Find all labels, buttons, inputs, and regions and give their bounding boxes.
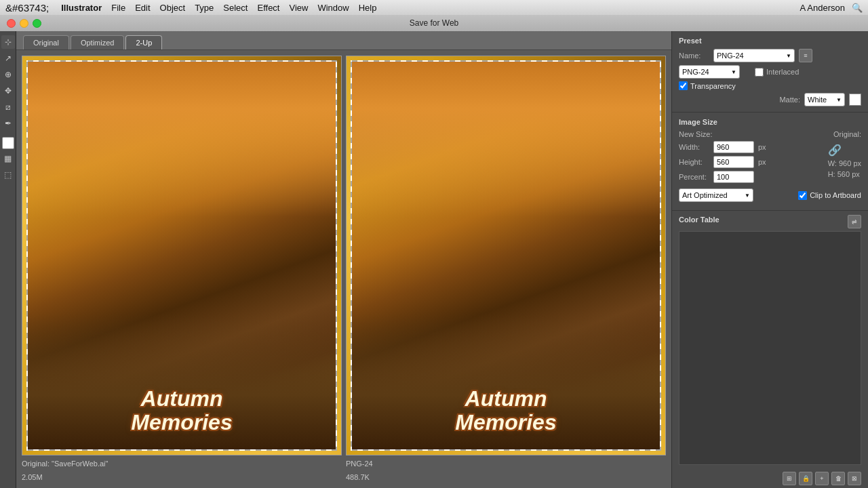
zoom-tool[interactable]: ⊕ — [1, 68, 15, 81]
hand-tool[interactable]: ✥ — [1, 84, 15, 98]
sky-layer — [28, 62, 336, 217]
color-lock-icon[interactable]: 🔒 — [799, 472, 812, 485]
image-size-section: Image Size New Size: Original: Width: 96… — [672, 113, 868, 211]
menu-type[interactable]: Type — [195, 3, 214, 13]
menu-file[interactable]: File — [111, 3, 125, 13]
color-swatch[interactable] — [2, 137, 14, 149]
apple-menu[interactable]: &#63743; — [5, 2, 49, 14]
matte-row: Matte: White ▼ — [679, 93, 861, 106]
width-label: Width: — [679, 143, 709, 151]
original-label-line1: Original: "SaveForWeb.ai" — [22, 458, 342, 469]
optimized-pane: AutumnMemories PNG-24 488.7K — [346, 56, 666, 483]
close-button[interactable] — [7, 19, 16, 28]
menu-object[interactable]: Object — [160, 3, 186, 13]
width-row: Width: 960 px — [679, 141, 823, 153]
original-h: H: 560 px — [828, 170, 860, 178]
preset-section: Preset Name: PNG-24 ▼ ≡ PNG-24 ▼ Interla… — [672, 31, 868, 113]
preset-title: Preset — [679, 37, 861, 45]
menu-effect[interactable]: Effect — [257, 3, 279, 13]
eyedropper-tool[interactable]: ✒ — [1, 117, 15, 130]
slice-tool[interactable]: ⧄ — [1, 100, 15, 114]
optimized-image-frame: AutumnMemories — [346, 56, 666, 455]
color-table-title: Color Table — [679, 216, 719, 224]
original-image-frame: AutumnMemories — [22, 56, 342, 455]
new-size-header-row: New Size: Original: — [679, 130, 861, 138]
color-del-icon[interactable]: 🗑 — [831, 472, 845, 485]
color-table-menu-btn[interactable]: ⇌ — [848, 215, 861, 228]
interlaced-checkbox[interactable] — [755, 68, 764, 77]
transparency-checkbox[interactable] — [679, 81, 688, 90]
menu-help[interactable]: Help — [359, 3, 377, 13]
minimize-button[interactable] — [20, 19, 28, 28]
color-table-header: Color Table ⇌ — [672, 211, 868, 231]
matte-select[interactable]: White ▼ — [804, 93, 845, 106]
percent-input[interactable]: 100 — [713, 171, 754, 183]
quality-select[interactable]: Art Optimized ▼ — [679, 188, 753, 202]
preset-name-row: Name: PNG-24 ▼ ≡ — [679, 49, 861, 62]
color-table-section: Color Table ⇌ ⊞ 🔒 + 🗑 ⊠ — [672, 211, 868, 488]
percent-row: Percent: 100 — [679, 171, 823, 183]
size-inputs-container: Width: 960 px Height: 560 px Percent: 10… — [679, 141, 861, 186]
menu-select[interactable]: Select — [223, 3, 248, 13]
format-select[interactable]: PNG-24 ▼ — [679, 65, 740, 79]
original-info-col: 🔗 W: 960 px H: 560 px — [828, 141, 861, 186]
menubar-right: A Anderson 🔍 — [800, 3, 863, 13]
color-map-icon[interactable]: ⊞ — [783, 472, 796, 485]
image-area: AutumnMemories Original: "SaveForWeb.ai"… — [16, 50, 671, 488]
selection-tool[interactable]: ⊹ — [1, 35, 15, 49]
size-left: Width: 960 px Height: 560 px Percent: 10… — [679, 141, 823, 186]
preset-name-label: Name: — [679, 52, 709, 60]
original-label: Original: — [833, 130, 861, 138]
right-panel: Preset Name: PNG-24 ▼ ≡ PNG-24 ▼ Interla… — [671, 31, 868, 488]
color-table-icons: ⊞ 🔒 + 🗑 ⊠ — [672, 469, 868, 488]
format-row: PNG-24 ▼ Interlaced — [679, 65, 861, 79]
menu-edit[interactable]: Edit — [135, 3, 150, 13]
direct-selection-tool[interactable]: ↗ — [1, 52, 15, 65]
height-row: Height: 560 px — [679, 156, 823, 168]
height-input[interactable]: 560 — [713, 156, 754, 168]
optimized-label-line1: PNG-24 — [346, 458, 666, 469]
left-toolbar: ⊹ ↗ ⊕ ✥ ⧄ ✒ ▦ ⬚ — [0, 31, 16, 488]
interlaced-row: Interlaced — [755, 68, 799, 77]
tab-2up[interactable]: 2-Up — [125, 35, 162, 49]
new-size-label: New Size: — [679, 130, 719, 138]
window-title: Save for Web — [410, 18, 458, 28]
menu-view[interactable]: View — [289, 3, 308, 13]
preset-name-select[interactable]: PNG-24 ▼ — [713, 49, 795, 62]
height-px: px — [758, 158, 766, 166]
transparency-row: Transparency — [679, 81, 861, 90]
autumn-text-original: AutumnMemories — [131, 387, 232, 434]
tab-bar: Original Optimized 2-Up — [16, 31, 671, 50]
sky-layer-opt — [352, 62, 660, 217]
color-table-body — [679, 231, 861, 465]
menu-illustrator[interactable]: Illustrator — [61, 3, 102, 13]
width-input[interactable]: 960 — [713, 141, 754, 153]
original-label-line2: 2.05M — [22, 472, 342, 483]
clip-row: Clip to Artboard — [798, 191, 861, 200]
tab-original[interactable]: Original — [23, 35, 69, 49]
tab-optimized[interactable]: Optimized — [71, 35, 125, 49]
main-layout: ⊹ ↗ ⊕ ✥ ⧄ ✒ ▦ ⬚ Original Optimized 2-Up — [0, 31, 868, 488]
slice-select-tool[interactable]: ⬚ — [1, 168, 15, 182]
image-maps-tool[interactable]: ▦ — [1, 152, 15, 165]
optimized-label-line2: 488.7K — [346, 472, 666, 483]
link-icon[interactable]: 🔗 — [828, 144, 842, 157]
menu-window[interactable]: Window — [317, 3, 349, 13]
color-add-icon[interactable]: + — [815, 472, 829, 485]
original-pane: AutumnMemories Original: "SaveForWeb.ai"… — [22, 56, 342, 483]
transparency-label: Transparency — [690, 82, 736, 90]
clip-checkbox[interactable] — [798, 191, 807, 200]
height-label: Height: — [679, 158, 709, 166]
search-icon[interactable]: 🔍 — [852, 3, 863, 13]
matte-color-swatch[interactable] — [849, 94, 861, 106]
apply-row: Art Optimized ▼ Clip to Artboard — [679, 188, 861, 202]
window-controls[interactable] — [7, 19, 41, 28]
matte-label: Matte: — [779, 96, 800, 104]
color-options-icon[interactable]: ⊠ — [848, 472, 861, 485]
clip-label: Clip to Artboard — [810, 191, 861, 199]
interlaced-label: Interlaced — [766, 68, 799, 76]
maximize-button[interactable] — [33, 19, 41, 28]
image-size-title: Image Size — [679, 118, 861, 126]
titlebar: Save for Web — [0, 15, 868, 31]
preset-menu-btn[interactable]: ≡ — [799, 49, 812, 62]
